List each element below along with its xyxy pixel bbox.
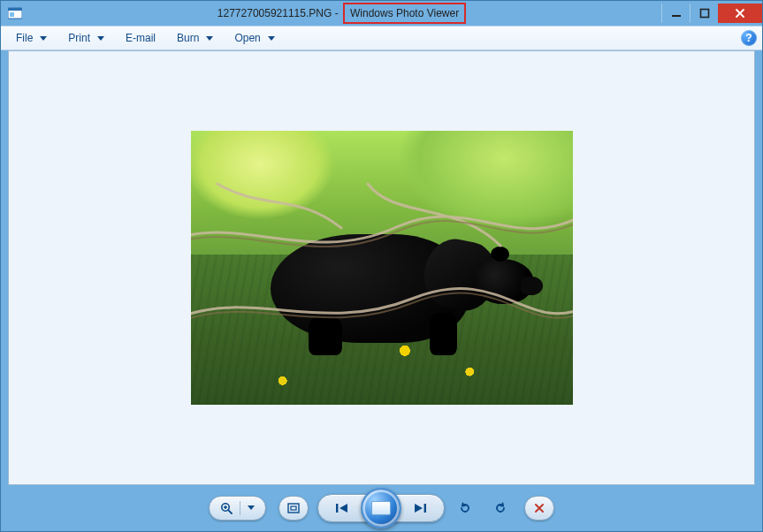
rotate-cw-icon [492, 500, 508, 516]
next-icon [411, 502, 427, 514]
delete-x-icon [534, 503, 545, 513]
title-filename: 127727005921115.PNG [217, 7, 332, 19]
rotate-cw-button[interactable] [489, 497, 512, 520]
menu-email-label: E-mail [126, 32, 156, 44]
title-separator: - [332, 7, 341, 19]
svg-rect-10 [291, 506, 296, 510]
menu-email[interactable]: E-mail [116, 28, 165, 48]
rotate-ccw-icon [457, 500, 473, 516]
fit-window-icon [287, 503, 300, 513]
chevron-down-icon [248, 505, 255, 511]
help-icon-glyph: ? [745, 32, 752, 44]
viewer-canvas[interactable] [8, 50, 755, 485]
zoom-button-divider [240, 501, 240, 515]
svg-rect-11 [336, 504, 338, 513]
previous-button[interactable] [324, 494, 362, 522]
photo-branches [191, 131, 573, 405]
next-button[interactable] [400, 494, 439, 522]
minimize-button[interactable] [661, 4, 690, 23]
prev-icon [335, 502, 351, 514]
actual-size-button[interactable] [278, 496, 309, 521]
menu-print-label: Print [68, 32, 90, 44]
window-title: 127727005921115.PNG - Windows Photo View… [22, 3, 661, 24]
help-icon[interactable]: ? [741, 30, 757, 46]
menu-open-label: Open [234, 32, 260, 44]
rotate-ccw-button[interactable] [454, 497, 477, 520]
title-bar: 127727005921115.PNG - Windows Photo View… [1, 1, 762, 26]
svg-line-6 [228, 510, 232, 513]
controls-left [209, 496, 309, 521]
menu-open[interactable]: Open [225, 28, 284, 48]
nav-cluster [317, 494, 445, 522]
slideshow-icon [371, 501, 391, 515]
photo-image [191, 131, 573, 405]
close-button[interactable] [718, 4, 762, 23]
menu-burn-label: Burn [177, 32, 199, 44]
title-appname-highlight: Windows Photo Viewer [343, 3, 466, 24]
slideshow-button[interactable] [361, 488, 401, 528]
svg-rect-2 [10, 12, 14, 17]
zoom-button[interactable] [209, 496, 266, 521]
svg-rect-4 [700, 10, 708, 18]
menu-print[interactable]: Print [58, 28, 114, 48]
menu-file-label: File [16, 32, 33, 44]
title-appname: Windows Photo Viewer [350, 7, 459, 19]
controls-right [454, 496, 554, 521]
menu-file[interactable]: File [6, 28, 57, 48]
maximize-button[interactable] [690, 4, 718, 23]
menu-bar: File Print E-mail Burn Open ? [1, 26, 762, 50]
svg-rect-3 [672, 15, 681, 17]
svg-rect-9 [288, 504, 299, 513]
magnifier-plus-icon [220, 502, 233, 514]
delete-button[interactable] [524, 496, 554, 521]
svg-rect-1 [8, 8, 22, 11]
app-system-icon[interactable] [8, 6, 22, 20]
menu-burn[interactable]: Burn [167, 28, 223, 48]
window-controls [661, 4, 762, 23]
control-bar [1, 485, 762, 531]
svg-rect-12 [424, 504, 426, 513]
